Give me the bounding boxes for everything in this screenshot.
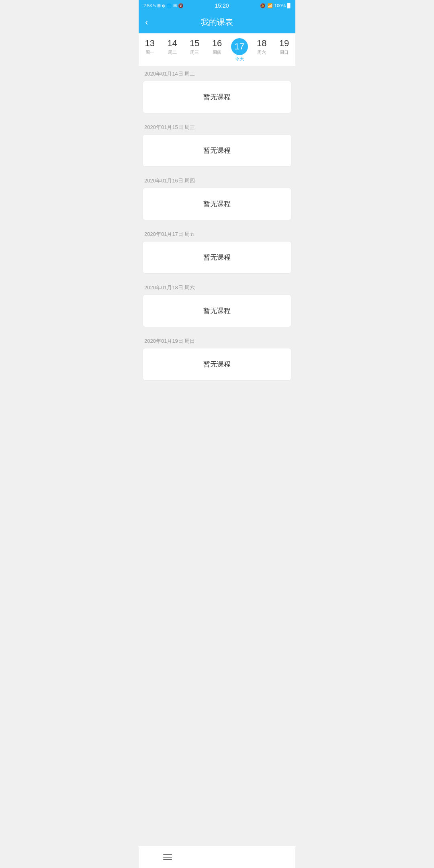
status-left: 2.5K/s ⊠ ψ 🌐 ✉ 🔇 [143,3,184,8]
day-number: 16 [212,38,222,49]
back-button[interactable]: ‹ [145,17,148,28]
battery-text: 100% [274,3,286,8]
date-section-0: 2020年01月14日 周二暂无课程 [139,66,295,113]
date-header-0: 2020年01月14日 周二 [139,66,295,81]
day-item-16[interactable]: 16周四 [208,38,226,62]
no-course-text-4: 暂无课程 [143,306,291,315]
date-header-5: 2020年01月19日 周日 [139,334,295,348]
battery-icon: ▉ [287,3,291,8]
day-number: 19 [279,38,289,49]
date-header-2: 2020年01月16日 周四 [139,173,295,188]
day-label: 今天 [235,56,244,62]
day-label: 周六 [257,49,266,55]
day-number: 17 [231,38,248,55]
no-course-card-0: 暂无课程 [143,81,291,113]
day-number: 14 [167,38,177,49]
date-header-1: 2020年01月15日 周三 [139,120,295,134]
day-number: 15 [190,38,199,49]
day-item-18[interactable]: 18周六 [252,38,271,62]
date-section-5: 2020年01月19日 周日暂无课程 [139,334,295,381]
day-label: 周一 [145,49,154,55]
page-title: 我的课表 [201,17,233,28]
no-course-card-5: 暂无课程 [143,348,291,381]
date-section-4: 2020年01月18日 周六暂无课程 [139,280,295,327]
bell-icon: 🔕 [260,3,266,8]
day-number: 18 [257,38,266,49]
day-label: 周三 [190,49,199,55]
wifi-icon: 📶 [267,3,273,8]
day-label: 周日 [280,49,289,55]
day-label: 周二 [168,49,177,55]
day-number: 13 [145,38,155,49]
status-right: 🔕 📶 100% ▉ [260,3,291,8]
no-course-card-1: 暂无课程 [143,134,291,167]
date-section-2: 2020年01月16日 周四暂无课程 [139,173,295,220]
no-course-card-4: 暂无课程 [143,295,291,327]
signal-icons: ⊠ ψ 🌐 ✉ 🔇 [157,3,184,8]
no-course-text-0: 暂无课程 [143,92,291,102]
day-item-15[interactable]: 15周三 [185,38,204,62]
date-sections-container: 2020年01月14日 周二暂无课程2020年01月15日 周三暂无课程2020… [139,66,295,381]
day-item-17[interactable]: 17今天 [230,38,249,62]
day-item-14[interactable]: 14周二 [163,38,182,62]
no-course-text-3: 暂无课程 [143,253,291,262]
day-item-19[interactable]: 19周日 [275,38,293,62]
no-course-card-3: 暂无课程 [143,241,291,274]
day-item-13[interactable]: 13周一 [141,38,159,62]
date-section-1: 2020年01月15日 周三暂无课程 [139,120,295,167]
date-section-3: 2020年01月17日 周五暂无课程 [139,227,295,274]
no-course-text-5: 暂无课程 [143,360,291,369]
nav-bar: ‹ 我的课表 [139,11,295,33]
schedule-content: 2020年01月14日 周二暂无课程2020年01月15日 周三暂无课程2020… [139,66,295,415]
date-header-3: 2020年01月17日 周五 [139,227,295,241]
date-header-4: 2020年01月18日 周六 [139,280,295,295]
no-course-text-1: 暂无课程 [143,146,291,155]
no-course-text-2: 暂无课程 [143,199,291,209]
week-selector: 13周一14周二15周三16周四17今天18周六19周日 [139,33,295,66]
day-label: 周四 [213,49,221,55]
status-bar: 2.5K/s ⊠ ψ 🌐 ✉ 🔇 15:20 🔕 📶 100% ▉ [139,0,295,11]
status-time: 15:20 [215,2,229,9]
network-speed: 2.5K/s [143,3,156,8]
no-course-card-2: 暂无课程 [143,188,291,220]
